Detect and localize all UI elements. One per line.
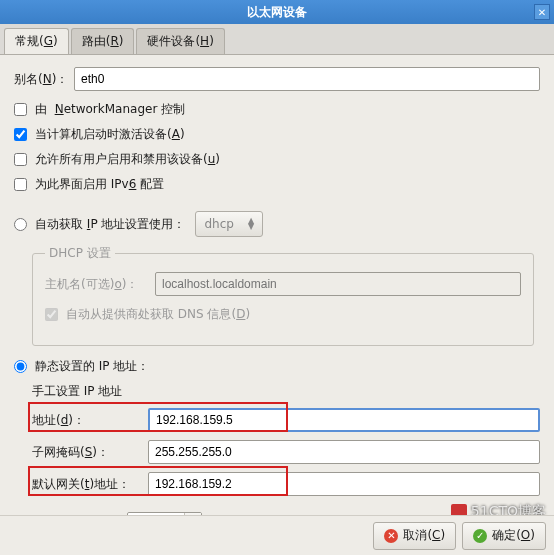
activate-on-boot-label: 当计算机启动时激活设备(A) [35,126,185,143]
auto-ip-radio[interactable] [14,218,27,231]
titlebar: 以太网设备 ✕ [0,0,554,24]
static-ip-radio[interactable] [14,360,27,373]
dialog-footer: ✕ 取消(C) ✓ 确定(O) [0,515,554,555]
hostname-label: 主机名(可选)o)： [45,276,155,293]
window-title: 以太网设备 [247,4,307,21]
ipv6-label: 为此界面启用 IPv6 配置 [35,176,164,193]
ok-icon: ✓ [473,529,487,543]
gateway-label: 默认网关(t)地址： [32,476,148,493]
activate-on-boot-checkbox[interactable] [14,128,27,141]
dhcp-legend: DHCP 设置 [45,245,115,262]
cancel-icon: ✕ [384,529,398,543]
auto-dns-checkbox [45,308,58,321]
static-ip-label: 静态设置的 IP 地址： [35,358,149,375]
netmask-input[interactable] [148,440,540,464]
static-block: 手工设置 IP 地址 地址(d)： 子网掩码(S)： 默认网关(t)地址： [32,383,540,496]
nm-controlled-checkbox[interactable] [14,103,27,116]
address-input[interactable] [148,408,540,432]
ipv6-checkbox[interactable] [14,178,27,191]
gateway-input[interactable] [148,472,540,496]
allow-users-checkbox[interactable] [14,153,27,166]
dhcp-fieldset: DHCP 设置 主机名(可选)o)： 自动从提供商处获取 DNS 信息(D) [32,245,534,346]
cancel-button[interactable]: ✕ 取消(C) [373,522,456,550]
ok-label: 确定(O) [492,527,535,544]
updown-icon: ▲▼ [248,218,254,230]
protocol-value: dhcp [204,217,233,231]
ok-button[interactable]: ✓ 确定(O) [462,522,546,550]
auto-dns-label: 自动从提供商处获取 DNS 信息(D) [66,306,250,323]
nm-controlled-label: 由 NetworkManager 控制 [35,101,185,118]
allow-users-label: 允许所有用户启用和禁用该设备(u) [35,151,220,168]
auto-ip-label: 自动获取 IP 地址设置使用： [35,216,185,233]
cancel-label: 取消(C) [403,527,445,544]
manual-ip-label: 手工设置 IP 地址 [32,383,540,400]
tab-bar: 常规(G) 路由(R) 硬件设备(H) [0,24,554,55]
netmask-label: 子网掩码(S)： [32,444,148,461]
tab-hardware[interactable]: 硬件设备(H) [136,28,224,54]
alias-input[interactable] [74,67,540,91]
tab-general[interactable]: 常规(G) [4,28,69,54]
content-area: 别名(N)： 由 NetworkManager 控制 当计算机启动时激活设备(A… [0,55,554,555]
hostname-input [155,272,521,296]
protocol-select[interactable]: dhcp ▲▼ [195,211,263,237]
tab-route[interactable]: 路由(R) [71,28,135,54]
close-button[interactable]: ✕ [534,4,550,20]
address-label: 地址(d)： [32,412,148,429]
alias-label: 别名(N)： [14,71,74,88]
